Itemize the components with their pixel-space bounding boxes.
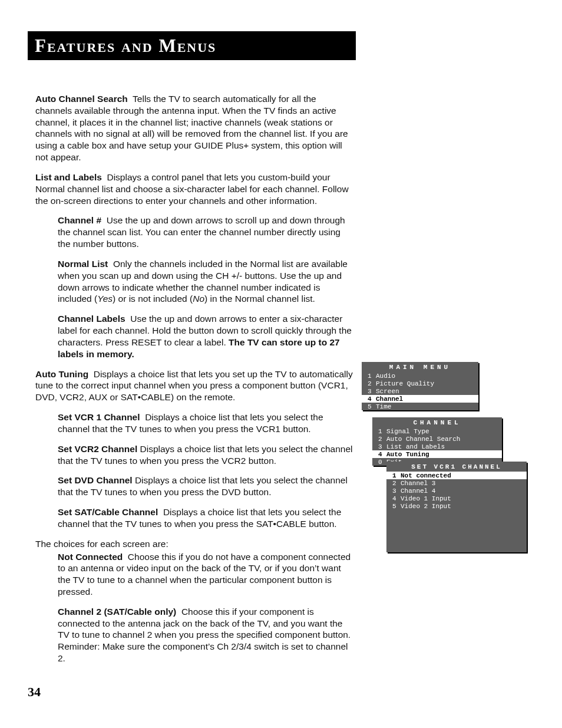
text: Use the up and down arrows to scroll up …	[58, 215, 345, 249]
text: ) or is not included (	[113, 294, 193, 304]
l: Time	[376, 403, 391, 410]
menu-channel: CHANNEL 1Signal Type 2Auto Channel Searc…	[372, 417, 502, 466]
l: Auto Tuning	[386, 451, 429, 458]
menu-row: 3Screen	[362, 387, 478, 395]
l: Auto Channel Search	[386, 436, 460, 443]
para-channel-labels: Channel Labels Use the up and down arrow…	[58, 313, 353, 360]
yes: Yes	[97, 294, 113, 304]
menu-row: 2Channel 3	[386, 479, 527, 487]
menu-row: 3List and Labels	[372, 443, 502, 450]
l: Channel 4	[401, 487, 435, 495]
leadin: List and Labels	[35, 172, 102, 182]
l: Not connected	[401, 472, 451, 479]
para-channel-2: Channel 2 (SAT/Cable only) Choose this i…	[58, 606, 353, 664]
n: 3	[378, 443, 386, 450]
menu-main: MAIN MENU 1Audio 2Picture Quality 3Scree…	[362, 362, 478, 410]
para-auto-channel-search: Auto Channel Search Tells the TV to sear…	[35, 93, 353, 163]
menu-row-selected: 4Channel	[362, 395, 478, 403]
n: 3	[392, 487, 401, 495]
leadin: Channel #	[58, 215, 101, 225]
n: 5	[368, 403, 376, 410]
l: Channel	[376, 396, 403, 403]
body-content: Auto Channel Search Tells the TV to sear…	[35, 93, 353, 673]
menu-main-items: 1Audio 2Picture Quality 3Screen 4Channel…	[362, 372, 478, 410]
leadin: Auto Channel Search	[35, 94, 128, 104]
l: Video 1 Input	[401, 495, 451, 502]
menu-vcr1-items: 1Not connected 2Channel 3 3Channel 4 4Vi…	[386, 472, 527, 510]
leadin: Set VCR2 Channel	[58, 444, 137, 454]
n: 2	[392, 480, 401, 487]
menu-row: 3Channel 4	[386, 487, 527, 495]
leadin: Set VCR 1 Channel	[58, 412, 140, 422]
menu-row: 1Audio	[362, 372, 478, 380]
para-set-vcr2: Set VCR2 Channel Displays a choice list …	[58, 443, 353, 467]
menu-row: 1Signal Type	[372, 427, 502, 435]
para-set-sat: Set SAT/Cable Channel Displays a choice …	[58, 506, 353, 530]
menu-channel-items: 1Signal Type 2Auto Channel Search 3List …	[372, 427, 502, 466]
l: List and Labels	[386, 443, 445, 450]
para-choices-intro: The choices for each screen are:	[35, 538, 353, 550]
text: ) in the Normal channel list.	[204, 294, 315, 304]
para-not-connected: Not Connected Choose this if you do not …	[58, 551, 353, 598]
menu-row: 2Auto Channel Search	[372, 435, 502, 443]
menu-vcr1-title: SET VCR1 CHANNEL	[386, 462, 527, 472]
para-auto-tuning: Auto Tuning Displays a choice list that …	[35, 368, 353, 403]
n: 4	[392, 495, 401, 502]
no: No	[193, 294, 204, 304]
menu-row: 4Video 1 Input	[386, 495, 527, 502]
para-set-vcr1: Set VCR 1 Channel Displays a choice list…	[58, 411, 353, 435]
n: 1	[378, 428, 386, 435]
l: Screen	[376, 388, 399, 395]
para-channel-number: Channel # Use the up and down arrows to …	[58, 215, 353, 249]
l: Signal Type	[386, 428, 429, 435]
text: Tells the TV to search automatically for…	[35, 94, 348, 162]
n: 3	[368, 388, 376, 395]
l: Picture Quality	[376, 380, 434, 387]
para-normal-list: Normal List Only the channels included i…	[58, 258, 353, 305]
leadin: Normal List	[58, 259, 108, 269]
para-set-dvd: Set DVD Channel Displays a choice list t…	[58, 475, 353, 498]
n: 4	[378, 451, 386, 458]
leadin: Auto Tuning	[35, 369, 88, 379]
menu-set-vcr1: SET VCR1 CHANNEL 1Not connected 2Channel…	[386, 462, 527, 552]
para-list-and-labels: List and Labels Displays a control panel…	[35, 172, 353, 206]
n: 4	[368, 396, 376, 403]
l: Video 2 Input	[401, 503, 451, 510]
menu-row-selected: 4Auto Tuning	[372, 450, 502, 458]
menu-channel-title: CHANNEL	[372, 417, 502, 427]
leadin: Channel 2 (SAT/Cable only)	[58, 607, 176, 617]
n: 1	[368, 373, 376, 380]
l: Channel 3	[401, 480, 435, 487]
n: 5	[392, 503, 401, 510]
leadin: Not Connected	[58, 552, 123, 562]
leadin: Set SAT/Cable Channel	[58, 507, 158, 517]
menu-row: 2Picture Quality	[362, 380, 478, 387]
leadin: Set DVD Channel	[58, 475, 133, 485]
menu-row: 5Video 2 Input	[386, 502, 527, 510]
menu-row-selected: 1Not connected	[386, 472, 527, 479]
n: 2	[368, 380, 376, 387]
n: 0	[378, 459, 386, 466]
l: Audio	[376, 373, 395, 380]
page-number: 34	[28, 684, 41, 700]
n: 1	[392, 472, 401, 479]
menu-main-title: MAIN MENU	[362, 362, 478, 372]
menu-row: 5Time	[362, 403, 478, 410]
section-title: Features and Menus	[28, 31, 356, 60]
leadin: Channel Labels	[58, 314, 125, 324]
n: 2	[378, 436, 386, 443]
